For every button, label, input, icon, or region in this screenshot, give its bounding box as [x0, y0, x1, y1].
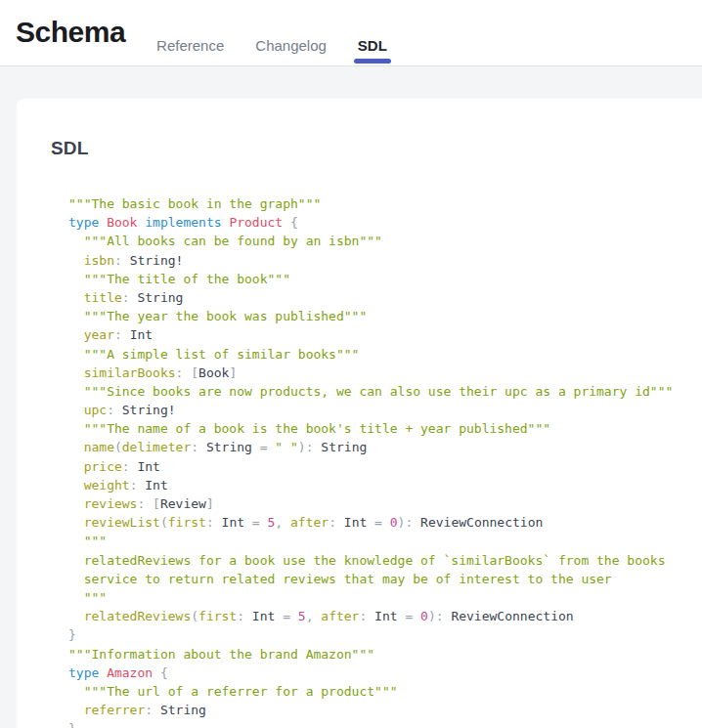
code-line: """ — [68, 588, 702, 607]
tab-reference[interactable]: Reference — [153, 0, 228, 65]
sdl-heading: SDL — [51, 138, 702, 159]
code-line: similarBooks: [Book] — [68, 364, 702, 382]
page-title: Schema — [16, 0, 125, 65]
code-line: """The url of a referrer for a product""… — [68, 682, 702, 701]
code-line: reviewList(first: Int = 5, after: Int = … — [68, 513, 702, 532]
code-line: """A simple list of similar books""" — [68, 345, 702, 364]
code-line: """Information about the brand Amazon""" — [68, 645, 702, 664]
sdl-code: """The basic book in the graph"""type Bo… — [68, 194, 702, 728]
code-line: """All books can be found by an isbn""" — [68, 232, 702, 250]
schema-tabs: ReferenceChangelogSDL — [153, 0, 391, 65]
code-line: isbn: String! — [68, 251, 702, 270]
code-line: relatedReviews(first: Int = 5, after: In… — [68, 607, 702, 625]
sdl-code-block: """The basic book in the graph"""type Bo… — [51, 194, 702, 728]
code-line: upc: String! — [68, 401, 702, 419]
code-line: type Book implements Product { — [68, 213, 702, 232]
tab-sdl[interactable]: SDL — [354, 0, 391, 65]
code-line: title: String — [68, 288, 702, 307]
code-line: name(delimeter: String = " "): String — [68, 438, 702, 456]
code-line: """Since books are now products, we can … — [68, 382, 702, 401]
code-line: """The year the book was published""" — [68, 307, 702, 325]
code-line: weight: Int — [68, 476, 702, 494]
tab-changelog[interactable]: Changelog — [251, 0, 330, 65]
code-line: year: Int — [68, 325, 702, 344]
code-line: relatedReviews for a book use the knowle… — [68, 551, 702, 570]
sdl-card: SDL """The basic book in the graph"""typ… — [17, 99, 702, 728]
page-header: Schema ReferenceChangelogSDL — [0, 0, 702, 66]
code-line: type Amazon { — [68, 664, 702, 682]
code-line: """ — [68, 532, 702, 550]
code-line: """The title of the book""" — [68, 270, 702, 288]
code-line: """The basic book in the graph""" — [68, 194, 702, 213]
code-line: service to return related reviews that m… — [68, 570, 702, 588]
code-line: reviews: [Review] — [68, 494, 702, 513]
code-line: } — [68, 719, 702, 728]
content-area: SDL """The basic book in the graph"""typ… — [0, 66, 702, 728]
code-line: } — [68, 625, 702, 644]
code-line: price: Int — [68, 457, 702, 476]
code-line: """The name of a book is the book's titl… — [68, 419, 702, 438]
code-line: referrer: String — [68, 701, 702, 719]
